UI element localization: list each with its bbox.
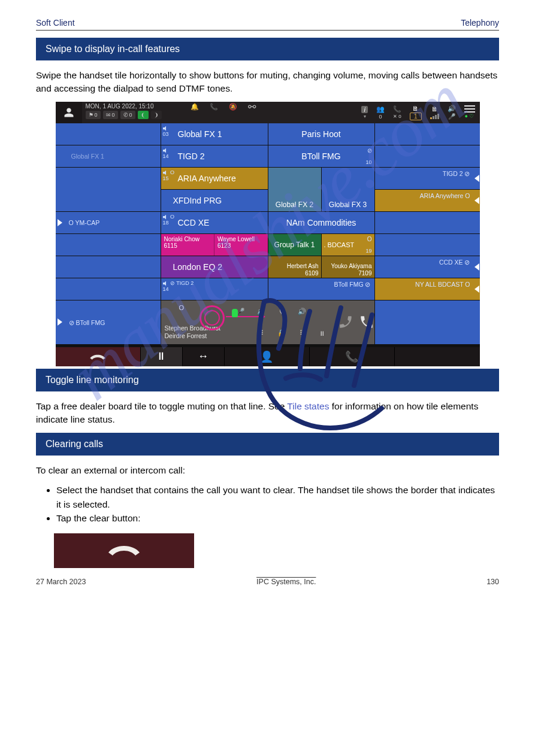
contacts-button[interactable]: 👥 0: [376, 105, 385, 120]
pill-phone-icon: ✆: [123, 112, 128, 118]
section-swipe-title: Swipe to display in-call features: [36, 38, 499, 60]
missed-call-icon[interactable]: 📞: [208, 102, 219, 113]
clear-steps-list: Select the handset that contains the cal…: [56, 483, 499, 525]
tile-tigd-2-r[interactable]: TIGD 2 ⊘: [375, 168, 480, 189]
tile-blank[interactable]: [375, 212, 480, 233]
tile-ccd-xe-r[interactable]: CCD XE ⊘: [375, 256, 480, 278]
tile-blank[interactable]: [375, 145, 480, 167]
phone-redial-icon: 📞: [345, 350, 358, 363]
redial-button[interactable]: 📞: [310, 347, 395, 366]
speaker-icon[interactable]: 🔊: [292, 300, 312, 323]
doc-button[interactable]: 🗎 1: [410, 105, 422, 120]
tile-blank[interactable]: [56, 168, 161, 211]
tile-nam-commodities[interactable]: NAm Commodities: [268, 212, 374, 233]
header-right: Telephony: [461, 18, 499, 28]
add-person-button[interactable]: 👤: [225, 347, 310, 366]
hangup-icon: [108, 542, 140, 560]
tile-aria-anywhere-r[interactable]: ARIA Anywhere O: [375, 190, 480, 211]
pill-handset2-icon: ❩: [151, 111, 162, 119]
swipe-indicator-ring: [200, 305, 225, 330]
tile-tigd-2[interactable]: 14TIGD 2: [161, 145, 268, 167]
section-toggle-body: Tap a free dealer board tile to toggle m…: [36, 400, 499, 427]
tile-herbert-ash[interactable]: Herbert Ash6109: [268, 256, 321, 278]
document-icon: 🗎: [412, 105, 419, 112]
tile-global-fx-3[interactable]: Global FX 3: [322, 168, 374, 211]
datetime-label: MON, 1 AUG 2022, 15:10: [86, 103, 162, 110]
handset-left-icon[interactable]: O: [359, 300, 374, 344]
tile-blank[interactable]: [56, 123, 161, 145]
tile-youko-akiyama[interactable]: Youko Akiyama7109: [322, 256, 374, 278]
hold-button[interactable]: ⏸: [141, 347, 183, 366]
app-topbar: MON, 1 AUG 2022, 15:10 ⚑0 ✉0 ✆0 ❨ ❩ 🔔 📞 …: [56, 102, 480, 123]
tile-global-fx-2[interactable]: Global FX 2: [268, 168, 321, 211]
pill-mail-icon: ✉: [106, 112, 111, 118]
filter-icon: ▾: [364, 114, 366, 119]
clear-call-button[interactable]: [56, 347, 141, 366]
tile-global-fx-1[interactable]: 03Global FX 1: [161, 123, 268, 145]
list-item: Tap the clear button:: [56, 511, 499, 525]
clear-button-figure: [54, 533, 194, 568]
tile-btoll-fmg-sm[interactable]: BToll FMG ⊘: [268, 278, 374, 300]
doc-down-button[interactable]: 🗎: [430, 105, 439, 119]
info-icon: i: [361, 106, 367, 113]
hamburger-icon: [464, 105, 475, 113]
mic-off-icon: 🎤: [448, 113, 455, 120]
document-down-icon: 🗎: [431, 105, 438, 113]
tile-tigd-2-sm[interactable]: ⊘ TIGD 214: [161, 278, 268, 300]
page-footer: 27 March 2023 IPC Systems, Inc. 130: [36, 576, 499, 586]
pill-flag-icon: ⚑: [89, 112, 93, 118]
app-bottombar: ⏸ ↔ 👤 📞: [56, 347, 480, 366]
section-clear-title: Clearing calls: [36, 433, 499, 456]
mic2-icon[interactable]: 🎙: [271, 300, 292, 323]
menu-button[interactable]: ● ♡: [464, 105, 475, 119]
footer-page: 130: [486, 578, 499, 586]
dialpad2-icon[interactable]: ⠿: [292, 322, 312, 344]
pause-sm-icon[interactable]: ⏸: [312, 322, 333, 344]
tile-btoll-fmg[interactable]: BToll FMG⊘10: [268, 145, 374, 167]
handset-right-icon[interactable]: [333, 300, 359, 344]
tile-blank[interactable]: [56, 278, 161, 300]
status-dots-icon: ● ♡: [465, 113, 474, 119]
transfer-button[interactable]: ↔: [183, 347, 225, 366]
lock-icon[interactable]: 🔒: [271, 322, 292, 344]
footer-company: IPC Systems, Inc.: [256, 578, 316, 586]
header-left: Soft Client: [36, 18, 75, 28]
profile-button[interactable]: [56, 102, 82, 123]
volume-button[interactable]: 🔊 🎤: [448, 105, 456, 120]
handset-expanded-tile[interactable]: O 🎤 🔉 🎙 🔊 Stephen Broadhurst Deirdre For…: [161, 300, 374, 344]
dialpad-icon[interactable]: ⠿: [251, 322, 271, 344]
footer-date: 27 March 2023: [36, 578, 86, 586]
tile-global-fx-1-faint[interactable]: Global FX 1: [56, 145, 161, 167]
call-arrow-icon: 📞: [393, 105, 401, 113]
tile-paris-hoot[interactable]: Paris Hoot: [268, 123, 374, 145]
bell-icon[interactable]: 🔔: [189, 102, 200, 113]
tile-blank[interactable]: [56, 234, 161, 256]
tile-bdcast[interactable]: . BDCASTO19: [322, 234, 374, 256]
tile-blank[interactable]: [375, 123, 480, 145]
tile-states-link[interactable]: Tile states: [287, 401, 329, 411]
list-item: Select the handset that contains the cal…: [56, 483, 499, 511]
calls-button[interactable]: 📞 ✕ 0: [393, 105, 401, 119]
tile-btoll-fmg-l[interactable]: ⊘ BToll FMG: [56, 300, 161, 344]
tile-ym-cap[interactable]: O YM-CAP: [56, 212, 161, 233]
voicemail-icon[interactable]: ⚯: [247, 102, 258, 113]
tile-group-talk-1[interactable]: Group Talk 1: [268, 234, 321, 256]
tile-aria-anywhere[interactable]: O15ARIA Anywhere: [161, 168, 268, 189]
signal-icon: [430, 113, 439, 119]
tile-xfdind-prg[interactable]: XFDInd PRG: [161, 190, 268, 211]
tile-contacts-split[interactable]: Noriaki Chow6115 Wayne Lowell6123: [161, 234, 268, 256]
info-button[interactable]: i ▾: [361, 106, 367, 119]
tile-london-eq-2[interactable]: London EQ 2: [161, 256, 268, 278]
section-swipe-intro: Swipe the handset tile horizontally to s…: [36, 69, 499, 96]
tile-blank[interactable]: [375, 234, 480, 256]
tile-blank[interactable]: [375, 300, 480, 344]
tile-ny-all-bdcast[interactable]: NY ALL BDCAST O: [375, 278, 480, 300]
person-icon: [64, 107, 74, 118]
person-plus-icon: 👤: [260, 350, 273, 363]
tile-ccd-xe[interactable]: O18CCD XE: [161, 212, 268, 233]
section-toggle-title: Toggle line monitoring: [36, 369, 499, 391]
status-pills: ⚑0 ✉0 ✆0 ❨ ❩: [86, 111, 162, 119]
bell-off-icon[interactable]: 🔕: [228, 102, 238, 113]
swipe-indicator-mic: [232, 309, 238, 317]
tile-blank[interactable]: [56, 256, 161, 278]
